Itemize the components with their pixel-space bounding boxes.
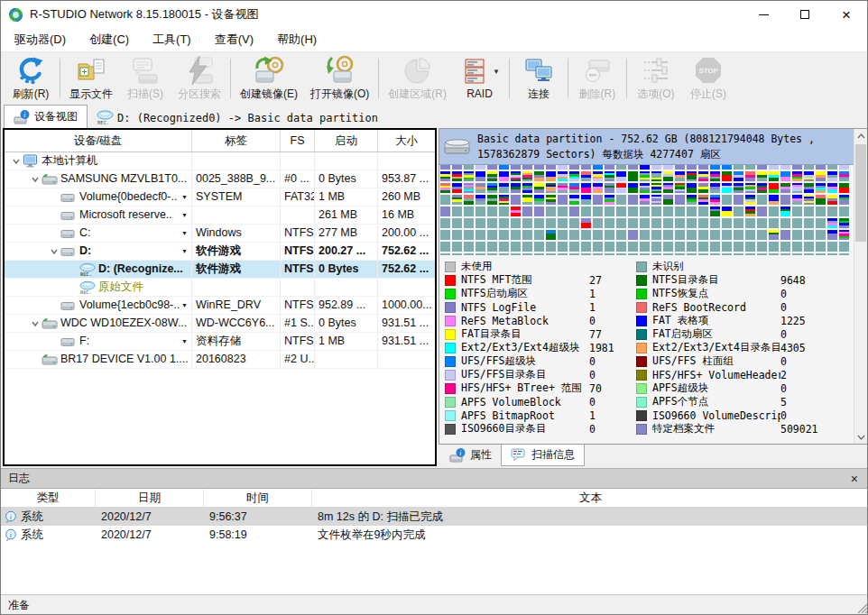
stop-icon: STOP (693, 55, 724, 86)
toolbar-button-show-files[interactable]: 显示文件 (63, 53, 119, 104)
row-dropdown-icon[interactable]: ▼ (181, 333, 188, 350)
expander-icon[interactable] (29, 175, 42, 184)
toolbar-button-connect[interactable]: 连接 (512, 53, 565, 104)
tab-device-view[interactable]: i设备视图 (4, 105, 88, 128)
legend-color-chip (445, 302, 456, 313)
cell-size (378, 351, 435, 368)
device-row-11[interactable]: F:▼资料存储NTFS1 MB931.51 ... (5, 333, 435, 351)
column-header-fs[interactable]: FS (281, 130, 315, 151)
toolbar-button-refresh[interactable]: 刷新(R) (5, 53, 57, 104)
scrollbar-up-icon[interactable] (854, 129, 867, 142)
close-button[interactable]: × (826, 1, 867, 28)
expander-icon[interactable] (29, 319, 42, 328)
window-title: R-STUDIO Network 8.15.180015 - 设备视图 (30, 6, 259, 23)
legend-label: NTFS目录条目 (652, 273, 780, 287)
expander-icon[interactable] (48, 247, 60, 256)
cell-label: 软件游戏 (192, 243, 281, 260)
device-row-2[interactable]: SAMSUNG MZVLB1T0...0025_388B_9...#0 ...0… (5, 170, 435, 188)
legend-row-right-6: FAT启动扇区0 (636, 327, 827, 341)
toolbar-button-create-image[interactable]: 创建镜像(E) (234, 53, 304, 104)
resize-grip[interactable] (855, 601, 868, 614)
toolbar-button-label: 刷新(R) (13, 87, 50, 102)
row-dropdown-icon[interactable]: ▼ (181, 297, 188, 314)
device-row-6[interactable]: D:▼软件游戏NTFS200.27 ...752.62 ... (5, 243, 435, 261)
cell-size (378, 152, 435, 170)
log-panel: 日志 × 类型 日期 时间 文本 i系统2020/12/79:56:378m 1… (1, 468, 868, 594)
column-header-size[interactable]: 大小 (378, 130, 435, 151)
row-dropdown-icon[interactable]: ▼ (181, 188, 188, 206)
toolbar-button-options[interactable]: 选项(O) (630, 53, 682, 104)
minimize-button[interactable] (743, 1, 784, 28)
device-row-12[interactable]: BR17 DEVICE V1.00 1....20160823#2 U... (5, 351, 435, 369)
cell-label: Windows (192, 225, 281, 242)
menu-item-5[interactable]: 帮助(H) (265, 28, 328, 51)
log-column-date[interactable]: 日期 (96, 489, 204, 507)
menu-item-4[interactable]: 查看(V) (203, 28, 265, 51)
expander-icon[interactable] (10, 157, 23, 166)
cell-fs: #2 U... (281, 351, 315, 368)
scan-block-map[interactable] (439, 165, 854, 255)
info-icon: i (5, 528, 17, 541)
log-column-text[interactable]: 文本 (312, 489, 868, 507)
device-row-5[interactable]: C:▼WindowsNTFS277 MB200.00 ... (5, 225, 435, 243)
toolbar-button-partition-search[interactable]: 分区搜索 (171, 53, 227, 104)
device-row-4[interactable]: Microsoft reserve..▼261 MB16 MB (5, 207, 435, 225)
toolbar-button-label: 打开镜像(O) (310, 87, 369, 102)
tab-scan-information[interactable]: 扫描信息 (501, 445, 585, 466)
toolbar-button-scan[interactable]: 扫描(S) (119, 53, 171, 104)
legend-color-chip (445, 370, 456, 381)
menu-item-3[interactable]: 工具(T) (141, 28, 203, 51)
menu-item-2[interactable]: 创建(C) (78, 28, 141, 51)
cell-label: 20160823 (192, 351, 281, 368)
device-name: C: (79, 225, 91, 242)
cell-size: 752.62 ... (378, 243, 435, 260)
menu-item-1[interactable]: 驱动器(D) (3, 28, 78, 51)
legend-color-chip (445, 316, 456, 326)
row-dropdown-icon[interactable]: ▼ (181, 243, 188, 260)
log-column-type[interactable]: 类型 (1, 489, 96, 507)
toolbar-button-stop[interactable]: STOP停止(S) (682, 53, 734, 104)
maximize-button[interactable] (784, 1, 826, 28)
device-row-10[interactable]: WDC WD10EZEX-08W...WD-WCC6Y6...#1 S...0 … (5, 315, 435, 333)
dropdown-caret-icon[interactable]: ▼ (493, 68, 500, 76)
row-dropdown-icon[interactable]: ▼ (181, 207, 188, 224)
toolbar-button-create-region[interactable]: 创建区域(R) (382, 53, 453, 104)
toolbar-button-delete[interactable]: 删除(R) (571, 53, 623, 104)
device-row-9[interactable]: Volume{1ecb0c98-..▼WinRE_DRVNTFS952.89 .… (5, 297, 435, 315)
legend-color-chip (445, 289, 456, 299)
show-files-icon (76, 55, 106, 86)
device-row-7[interactable]: REC.D: (Recognize...软件游戏NTFS0 Bytes752.6… (5, 261, 435, 279)
log-column-time[interactable]: 时间 (204, 489, 312, 507)
toolbar-button-raid[interactable]: ▼RAID (453, 54, 506, 102)
scan-panel-scrollbar[interactable] (854, 129, 867, 444)
scrollbar-down-icon[interactable] (854, 430, 867, 444)
svg-text:REC.: REC. (80, 289, 92, 295)
column-header-start[interactable]: 启动 (315, 130, 378, 151)
row-dropdown-icon[interactable]: ▼ (181, 225, 188, 242)
legend-label: HFS/HFS+ BTree+ 范围 (461, 381, 589, 395)
device-row-8[interactable]: REC.原始文件 (5, 279, 435, 297)
computer-icon (23, 154, 39, 169)
rec-icon: REC. (97, 110, 113, 126)
legend-row-left-5: ReFS MetaBlock0 (445, 314, 636, 327)
device-row-3[interactable]: Volume{0bedecf0-..▼SYSTEMFAT321 MB260 MB (5, 188, 435, 207)
map-row-3 (440, 195, 853, 205)
disk-icon (42, 172, 58, 187)
cell-size (378, 279, 435, 296)
toolbar-button-open-image[interactable]: 打开镜像(O) (304, 53, 375, 104)
log-row-2[interactable]: i系统2020/12/79:58:19文件枚举在9秒内完成 (1, 526, 868, 544)
tab-properties[interactable]: i属性 (440, 445, 501, 465)
cell-size: 1000.00... (378, 297, 435, 314)
svg-text:i: i (459, 448, 461, 456)
log-row-1[interactable]: i系统2020/12/79:56:378m 12s 的 D: 扫描已完成 (1, 508, 868, 526)
legend-count: 0 (780, 382, 827, 395)
toolbar-button-label: 停止(S) (690, 87, 726, 102)
column-header-label[interactable]: 标签 (192, 130, 281, 151)
scrollbar-thumb[interactable] (855, 144, 866, 242)
log-close-icon[interactable]: × (847, 472, 862, 486)
app-icon (8, 7, 23, 23)
tab-partition-view[interactable]: REC.D: (Recognized0) -> Basic data parti… (88, 107, 387, 128)
device-row-1[interactable]: 本地计算机 (5, 152, 435, 170)
column-header-device[interactable]: ^设备/磁盘 (5, 130, 192, 151)
svg-text:REC.: REC. (97, 119, 109, 124)
